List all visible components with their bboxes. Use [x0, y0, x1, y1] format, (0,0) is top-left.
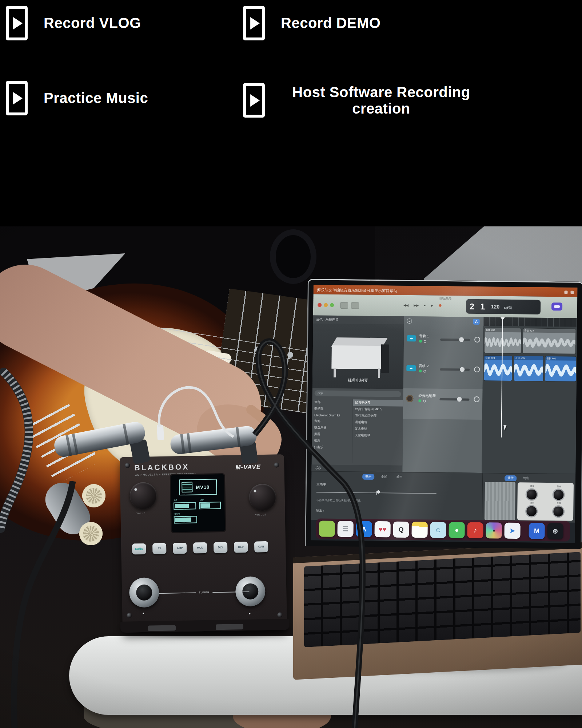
category-item[interactable]: Electronic Drum kit: [312, 412, 352, 418]
status-icon[interactable]: [564, 290, 567, 294]
audio-region[interactable]: 音轨 #03: [523, 328, 576, 354]
timeline-ruler[interactable]: [483, 317, 577, 327]
category-item[interactable]: 键盘乐器: [312, 424, 352, 431]
menu-item[interactable]: 混音: [359, 288, 367, 293]
automation-button[interactable]: A: [473, 319, 480, 325]
slider-knob[interactable]: [457, 397, 462, 401]
pedal-mode-button[interactable]: CAB: [254, 541, 268, 553]
lcd-display[interactable]: 2 1 120 4/4 C大调 ▾: [466, 299, 541, 314]
dock-steam[interactable]: ⊛: [547, 523, 563, 539]
pedal-mode-button[interactable]: MOD: [193, 542, 207, 554]
dock-netease-music[interactable]: ♪: [467, 522, 483, 538]
pan-knob[interactable]: [474, 367, 480, 372]
status-icon[interactable]: [570, 290, 574, 294]
menu-item[interactable]: 音轨: [344, 288, 351, 292]
dock-downloader[interactable]: ➤: [504, 523, 520, 539]
slider-knob[interactable]: [459, 337, 464, 342]
value-knob[interactable]: [129, 482, 157, 509]
patch-item[interactable]: 经典电钢琴: [353, 399, 403, 406]
dock-qq[interactable]: Q: [393, 522, 409, 538]
patch-item[interactable]: 经典干音电钢 Mk IV: [353, 406, 403, 413]
category-item[interactable]: 电子鼓: [312, 405, 352, 412]
laptop-keyboard[interactable]: [304, 552, 581, 647]
tab-global[interactable]: 全局: [378, 474, 390, 480]
patch-item[interactable]: 温暖电钢: [353, 419, 403, 426]
tab-output[interactable]: 输出: [394, 474, 406, 480]
menu-item[interactable]: 库乐队: [317, 288, 328, 292]
category-item[interactable]: 弦乐: [312, 438, 352, 444]
pan-knob[interactable]: [474, 337, 480, 343]
output-link[interactable]: 输出 ›: [316, 509, 324, 513]
param-slider[interactable]: [316, 492, 436, 494]
dock-wechat[interactable]: ●: [449, 522, 465, 538]
slider-handle[interactable]: [377, 490, 380, 494]
menu-item[interactable]: 窗口: [382, 288, 390, 293]
volume-slider[interactable]: [439, 398, 469, 401]
dock-notes[interactable]: [411, 522, 427, 538]
dock-app-store[interactable]: A: [356, 521, 372, 537]
dock-contacts-blue[interactable]: ☺: [430, 522, 446, 538]
tab-eq[interactable]: 均衡: [520, 475, 532, 481]
close-window-button[interactable]: [318, 303, 322, 307]
smart-controls-button[interactable]: [351, 302, 359, 309]
category-item[interactable]: 贝斯: [312, 431, 352, 438]
forward-button[interactable]: ▸▸: [414, 302, 419, 308]
rewind-button[interactable]: ◂◂: [403, 302, 408, 308]
slider-knob[interactable]: [460, 367, 465, 372]
minimize-window-button[interactable]: [324, 303, 328, 307]
dock-reminders[interactable]: ☰: [337, 521, 353, 537]
dock-final-cut[interactable]: ▪: [486, 522, 502, 538]
track-options-icon[interactable]: ▸: [407, 318, 412, 324]
patch-item[interactable]: 飞行马戏团钢琴: [353, 412, 403, 419]
menu-item[interactable]: 录制: [351, 288, 359, 292]
mute-solo-controls[interactable]: [418, 399, 426, 402]
dock-app-green[interactable]: [319, 521, 335, 537]
menu-item[interactable]: 文件: [328, 288, 336, 292]
amp-knob-reverb[interactable]: [525, 505, 538, 517]
menu-item[interactable]: 帮助: [390, 288, 397, 293]
pedal-mode-button[interactable]: DLY: [214, 542, 228, 553]
volume-slider[interactable]: [440, 339, 470, 341]
record-button[interactable]: ●: [438, 302, 442, 309]
track-header-1[interactable]: ◂▸ 音轨 1: [404, 329, 483, 356]
tab-plugin[interactable]: 插件: [505, 475, 517, 481]
pan-knob[interactable]: [474, 396, 479, 402]
library-toggle-button[interactable]: [340, 302, 348, 309]
track-header-3-selected[interactable]: 经典电钢琴: [403, 388, 483, 420]
param-label: RATE: [175, 513, 180, 515]
category-item[interactable]: 全部: [312, 399, 352, 406]
pedal-mode-button[interactable]: SONG: [132, 543, 146, 555]
search-input[interactable]: 搜索: [314, 390, 401, 397]
track-header-2[interactable]: ◂▸ 音轨 2: [403, 359, 483, 386]
timeline-area[interactable]: 音轨 #02 音轨 #03 音轨 #04 音轨 #05: [482, 317, 577, 474]
mute-solo-controls[interactable]: [419, 369, 426, 372]
region-label: 音轨 #03: [523, 328, 575, 333]
pedal-mode-button[interactable]: AMP: [173, 543, 187, 554]
footswitch-left[interactable]: [129, 577, 159, 608]
amp-knob-volume[interactable]: [552, 505, 565, 518]
pedal-mode-button[interactable]: FX: [152, 543, 167, 554]
dock-m-vave-app[interactable]: M: [529, 523, 545, 539]
pedal-mode-button[interactable]: REV: [234, 542, 248, 553]
volume-knob[interactable]: [249, 483, 276, 511]
patch-item[interactable]: 复古电钢: [352, 426, 403, 432]
mute-solo-controls[interactable]: [419, 340, 426, 343]
zoom-window-button[interactable]: [330, 303, 334, 307]
category-item[interactable]: 吉他: [312, 418, 352, 425]
audio-region-blue[interactable]: 音轨 #06: [545, 356, 576, 381]
loop-browser-button[interactable]: [551, 302, 562, 310]
patch-item[interactable]: 天空电钢琴: [352, 432, 403, 439]
menu-item[interactable]: 编辑: [336, 288, 344, 292]
audio-region-blue[interactable]: 音轨 #05: [514, 356, 543, 381]
menu-item[interactable]: 显示: [374, 288, 382, 293]
amp-knob-tone[interactable]: [553, 488, 565, 501]
tab-level[interactable]: 电平: [362, 474, 374, 480]
play-button[interactable]: ▸: [431, 302, 433, 308]
menu-item[interactable]: 分享: [367, 288, 374, 293]
stop-button[interactable]: ▪: [424, 302, 426, 308]
audio-region-blue[interactable]: 音轨 #04: [484, 356, 512, 381]
amp-knob-gain[interactable]: [526, 488, 538, 500]
category-item[interactable]: 打击乐: [312, 444, 352, 451]
dock-hearts-app[interactable]: ♥♥: [374, 521, 390, 537]
volume-slider[interactable]: [440, 368, 470, 371]
